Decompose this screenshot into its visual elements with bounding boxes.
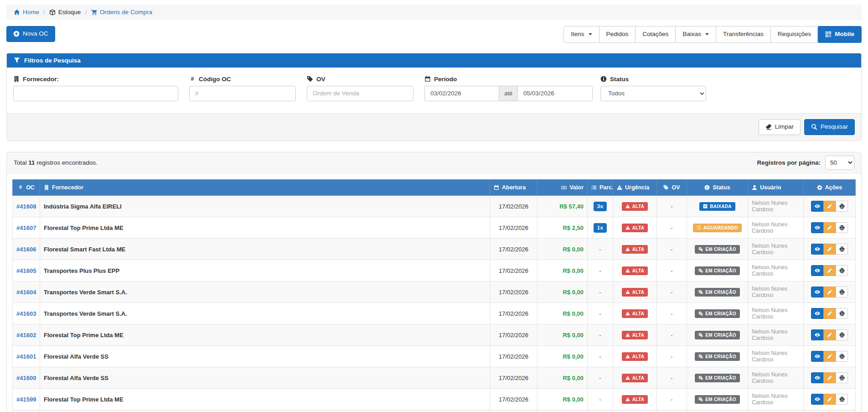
view-button[interactable]	[811, 372, 823, 383]
ate-addon: até	[499, 86, 517, 101]
view-button[interactable]	[811, 394, 823, 405]
breadcrumb-home-label: Home	[23, 9, 39, 16]
view-button[interactable]	[811, 222, 823, 233]
valor-cell: R$ 0,00	[537, 260, 588, 282]
tab-label: Baixas	[682, 31, 701, 38]
plus-circle-icon	[13, 31, 20, 37]
abertura-cell: 17/02/2026	[490, 239, 537, 260]
tab-requisicoes[interactable]: Requisições	[770, 26, 818, 42]
table-row: #41601Florestal Alfa Verde SS17/02/2026R…	[13, 346, 856, 367]
print-button[interactable]	[836, 287, 848, 297]
edit-button[interactable]	[823, 351, 836, 362]
nova-oc-button[interactable]: Nova OC	[6, 26, 55, 42]
actions-group	[811, 351, 848, 362]
edit-button[interactable]	[823, 287, 836, 297]
view-button[interactable]	[811, 308, 823, 319]
fornecedor-input[interactable]	[13, 86, 178, 101]
search-icon	[811, 124, 817, 130]
acoes-cell	[804, 196, 856, 217]
breadcrumb-home-link[interactable]: Home	[14, 9, 39, 16]
print-button[interactable]	[836, 201, 848, 212]
oc-link[interactable]: #41601	[16, 353, 36, 360]
ov-input[interactable]	[307, 86, 413, 101]
print-button[interactable]	[836, 329, 848, 340]
oc-link[interactable]: #41600	[16, 375, 36, 381]
print-button[interactable]	[836, 372, 848, 383]
warning-icon	[625, 204, 630, 209]
per-page-select[interactable]: 50	[825, 156, 854, 170]
parcelas-cell: -	[588, 282, 613, 303]
oc-cell: #41598	[13, 410, 40, 412]
periodo-label: Período	[424, 76, 589, 83]
edit-button[interactable]	[823, 308, 836, 319]
tab-itens[interactable]: Itens	[564, 26, 599, 42]
eye-icon	[815, 246, 820, 252]
status-cell: AGUARDANDO	[687, 217, 748, 239]
warning-icon	[625, 333, 630, 337]
tab-transferencias[interactable]: Transferências	[716, 26, 770, 42]
tab-baixas[interactable]: Baixas	[675, 26, 716, 42]
cogs-icon	[698, 397, 703, 402]
oc-link[interactable]: #41605	[16, 267, 36, 274]
warning-icon	[617, 185, 622, 190]
edit-button[interactable]	[823, 372, 836, 383]
print-button[interactable]	[836, 351, 848, 362]
date-to-input[interactable]	[517, 86, 593, 101]
oc-link[interactable]: #41604	[16, 289, 36, 296]
oc-link[interactable]: #41608	[16, 203, 36, 210]
tab-cotacoes[interactable]: Cotações	[635, 26, 675, 42]
fornecedor-cell: Florestal Top Prime Ltda ME	[40, 324, 490, 346]
cogs-icon	[698, 290, 703, 294]
cogs-icon	[698, 311, 703, 316]
filter-panel-footer: Limpar Pesquisar	[7, 113, 861, 141]
view-button[interactable]	[811, 351, 823, 362]
status-badge: EM CRIAÇÃO	[695, 245, 739, 254]
usuario-cell: Nelson Nunes Cardoso	[748, 239, 804, 260]
edit-button[interactable]	[823, 222, 836, 233]
print-button[interactable]	[836, 222, 848, 233]
oc-link[interactable]: #41602	[16, 332, 36, 339]
parcelas-cell: -	[588, 367, 613, 389]
ov-cell: -	[657, 410, 687, 412]
acoes-cell	[804, 389, 856, 410]
oc-link[interactable]: #41607	[16, 224, 36, 231]
oc-link[interactable]: #41606	[16, 246, 36, 253]
edit-button[interactable]	[823, 244, 836, 255]
oc-link[interactable]: #41599	[16, 396, 36, 403]
view-button[interactable]	[811, 265, 823, 276]
valor-cell: R$ 0,00	[537, 239, 588, 260]
view-button[interactable]	[811, 201, 823, 212]
col-header-fornecedor: Fornecedor	[40, 179, 490, 196]
view-button[interactable]	[811, 287, 823, 297]
breadcrumb-estoque-link[interactable]: Estoque	[49, 9, 81, 16]
edit-button[interactable]	[823, 201, 836, 212]
status-select[interactable]: Todos	[600, 86, 706, 101]
warning-icon	[625, 290, 630, 294]
eye-icon	[815, 225, 820, 230]
edit-button[interactable]	[823, 265, 836, 276]
print-button[interactable]	[836, 394, 848, 405]
breadcrumb-ordens-link[interactable]: Ordens de Compra	[91, 9, 152, 16]
col-header-abertura: Abertura	[490, 179, 537, 196]
date-from-input[interactable]	[424, 86, 499, 101]
print-button[interactable]	[836, 244, 848, 255]
oc-link[interactable]: #41603	[16, 310, 36, 317]
tab-pedidos[interactable]: Pedidos	[599, 26, 636, 42]
pesquisar-button[interactable]: Pesquisar	[804, 119, 855, 135]
tab-mobile[interactable]: Mobile	[817, 26, 862, 43]
print-button[interactable]	[836, 265, 848, 276]
status-badge: AGUARDANDO	[693, 224, 742, 232]
valor-cell: R$ 0,00	[537, 389, 588, 410]
usuario-cell: Nelson Nunes Cardoso	[748, 260, 804, 282]
limpar-button[interactable]: Limpar	[759, 119, 801, 135]
print-button[interactable]	[836, 308, 848, 319]
edit-button[interactable]	[823, 329, 836, 340]
edit-button[interactable]	[823, 394, 836, 405]
col-header-acoes: Ações	[804, 179, 856, 196]
view-button[interactable]	[811, 329, 823, 340]
usuario-cell: Nelson Nunes Cardoso	[748, 367, 804, 389]
view-button[interactable]	[811, 244, 823, 255]
codigo-oc-input[interactable]	[189, 86, 296, 101]
status-label: Status	[600, 76, 706, 83]
pencil-icon	[827, 203, 832, 209]
